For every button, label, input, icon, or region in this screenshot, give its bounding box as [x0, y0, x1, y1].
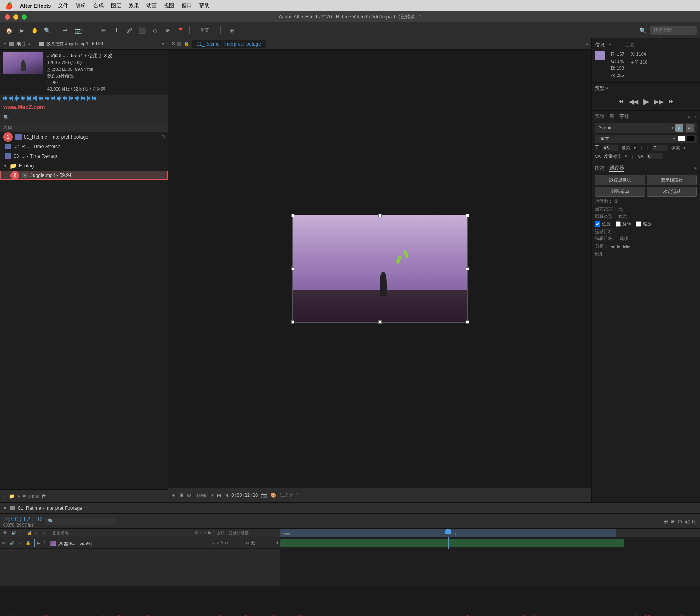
home-icon[interactable]: 🏠 [3, 25, 14, 36]
analyze-prev-icon[interactable]: ◀ [611, 244, 614, 249]
tl-btn-2[interactable]: ⊕ [670, 518, 675, 525]
align-icon[interactable]: 对齐 [193, 25, 217, 36]
transform-handle-mr[interactable] [466, 267, 469, 270]
typo-expand-icon[interactable]: » [694, 115, 697, 119]
select-btn[interactable]: 选项... [620, 236, 632, 242]
tl-btn-4[interactable]: ◎ [685, 518, 690, 525]
viewer-grid-icon[interactable]: ⊡ [224, 493, 228, 498]
project-search[interactable]: 🔍 [0, 112, 168, 123]
color-chip-white[interactable] [678, 136, 685, 141]
transform-handle-tr[interactable] [466, 214, 469, 217]
stamp-icon[interactable]: ⬛ [137, 25, 148, 36]
btn-stabilize-motion[interactable]: 稳定运动 [647, 187, 697, 197]
font-dropdown-icon[interactable]: ▾ [671, 125, 674, 131]
viewer-menu-icon[interactable]: ≡ [586, 42, 588, 46]
menu-window[interactable]: 窗口 [181, 2, 192, 9]
timeline-search[interactable]: 🔍 [45, 518, 117, 525]
brush-icon[interactable]: 🖌 [124, 25, 135, 36]
pen-icon[interactable]: ✏ [98, 25, 109, 36]
typo-menu-icon[interactable]: ≡ [688, 115, 690, 119]
transform-handle-bl[interactable] [291, 320, 294, 324]
timeline-playhead[interactable] [448, 537, 449, 549]
tl-btn-1[interactable]: ⊞ [663, 518, 668, 525]
tab-char[interactable]: 字符 [619, 113, 629, 120]
info-menu-icon[interactable]: ≡ [609, 42, 612, 48]
rect-icon[interactable]: ▭ [85, 25, 97, 36]
viewer-crop-icon[interactable]: ⊞ [217, 493, 221, 498]
paragraph-tab[interactable]: 段落 [595, 165, 605, 172]
timeline-bar[interactable] [280, 539, 624, 547]
viewer-display-icon[interactable]: 🖥 [179, 493, 183, 498]
select-icon[interactable]: ▶ [16, 25, 27, 36]
tracker-menu-icon[interactable]: ≡ [694, 166, 697, 171]
leading-dropdown[interactable]: ▾ [683, 145, 686, 151]
search-help-input[interactable] [654, 28, 694, 33]
hand-icon[interactable]: ✋ [29, 25, 40, 36]
next-frame-icon[interactable]: ▶▶ [654, 98, 664, 105]
font-weight-dropdown-icon[interactable]: ▾ [673, 136, 675, 141]
transform-handle-bm[interactable] [378, 320, 382, 324]
expand-icon[interactable]: » [162, 41, 165, 47]
apple-logo[interactable]: 🍎 [5, 2, 13, 10]
parent-dropdown[interactable]: ▾ [276, 541, 278, 545]
search-help-field[interactable] [650, 26, 697, 35]
tl-audio-toggle[interactable]: 🔊 [10, 541, 16, 545]
maximize-button[interactable] [22, 14, 27, 20]
btn-track-motion[interactable]: 跟踪运动 [595, 187, 645, 197]
font-selector[interactable]: Avenir ▾ 💧 ↩ [595, 123, 697, 133]
panel-close-icon[interactable]: ✕ [3, 41, 7, 46]
tracker-tab[interactable]: 跟踪器 [609, 165, 624, 172]
btn-warp-stabilize[interactable]: 变形稳定器 [647, 175, 697, 185]
font-size-dropdown[interactable]: ▾ [634, 145, 636, 151]
tl-close-icon[interactable]: ✕ [3, 505, 7, 511]
preview-menu-icon[interactable]: ≡ [606, 86, 609, 91]
transform-handle-ml[interactable] [291, 267, 294, 270]
eraser-icon[interactable]: ◇ [149, 25, 161, 36]
pin-icon[interactable]: 📍 [175, 25, 186, 36]
tl-btn-5[interactable]: ⊡ [692, 518, 697, 525]
list-item-selected-file[interactable]: 2 ▶ Juggle.mp4 - 59.94 [0, 171, 168, 180]
transform-handle-tm[interactable] [378, 214, 382, 217]
tl-btn-3[interactable]: ⊙ [678, 518, 682, 525]
menu-view[interactable]: 视图 [164, 2, 174, 9]
camera-icon[interactable]: 📷 [72, 25, 84, 36]
btn-track-camera[interactable]: 跟踪摄像机 [595, 175, 645, 185]
list-item-folder[interactable]: ▼ 📁 Footage [0, 161, 168, 171]
tab-library[interactable]: 库 [609, 113, 614, 120]
jump-start-icon[interactable]: ⏮ [618, 98, 624, 105]
menu-file[interactable]: 文件 [58, 2, 68, 9]
render-icon[interactable]: ⊞ [224, 25, 240, 36]
viewer-color-icon[interactable]: 🎨 [270, 493, 276, 498]
text-icon[interactable]: T [111, 25, 122, 36]
analyze-next-icon[interactable]: ▶ [617, 244, 620, 249]
leading-input[interactable] [652, 145, 668, 151]
tl-vis-toggle[interactable]: 👁 [2, 541, 8, 545]
tl-switches[interactable]: ⊞ ✓ fx ⊙ [212, 541, 244, 545]
project-search-input[interactable] [11, 115, 165, 120]
list-item[interactable]: 02_R... - Time Stretch [0, 142, 168, 151]
menu-effects[interactable]: 效果 [129, 2, 139, 9]
zoom-icon[interactable]: 🔍 [42, 25, 53, 36]
jump-end-icon[interactable]: ⏭ [668, 98, 675, 105]
analyze-fwd-icon[interactable]: ▶▶ [623, 244, 630, 249]
tracking-input[interactable] [647, 153, 663, 159]
transform-handle-tl[interactable] [291, 214, 294, 217]
menu-layer[interactable]: 图层 [111, 2, 121, 9]
list-item[interactable]: 03_... - Time Remap [0, 151, 168, 161]
kerning-dropdown[interactable]: ▾ [625, 154, 627, 159]
viewer-mask-icon[interactable]: 👁 [187, 493, 191, 498]
puppet-icon[interactable]: ⊕ [162, 25, 173, 36]
panel-menu-icon[interactable]: ≡ [28, 42, 31, 46]
viewer-close-icon[interactable]: ✕ [171, 41, 175, 46]
eyedropper-icon[interactable]: 💧 [675, 124, 683, 132]
list-item[interactable]: 1 01_Retime - Interpret Footage ⊞ [0, 132, 168, 142]
menu-animation[interactable]: 动画 [146, 2, 157, 9]
play-icon[interactable]: ▶ [643, 97, 649, 106]
minimize-button[interactable] [13, 14, 18, 20]
tl-lock-toggle[interactable]: 🔒 [26, 541, 32, 545]
menu-edit[interactable]: 编辑 [76, 2, 86, 9]
menu-composition[interactable]: 合成 [93, 2, 104, 9]
rotation-checkbox[interactable] [616, 221, 621, 227]
zoom-dropdown-icon[interactable]: ▾ [211, 493, 214, 498]
font-size-input[interactable] [602, 145, 618, 151]
